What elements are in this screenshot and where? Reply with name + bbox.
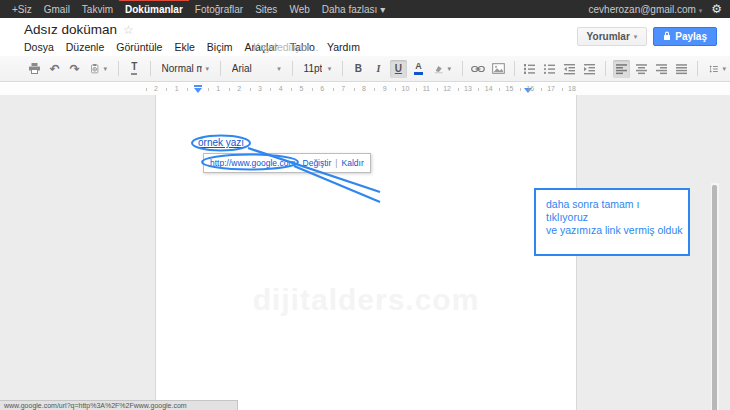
insert-image-button[interactable] <box>490 60 507 78</box>
comments-button[interactable]: Yorumlar ▾ <box>577 27 648 46</box>
document-header: Adsız doküman ☆ DosyaDüzenleGörüntüleEkl… <box>0 18 730 56</box>
link-bubble: http://www.google.com Değiştir | Kaldır <box>203 153 371 173</box>
topbar-items: +SizGmailTakvimDokümanlarFotoğraflarSite… <box>0 0 391 18</box>
ruler-number: 8 <box>362 85 366 92</box>
bubble-link-url[interactable]: http://www.google.com <box>210 158 296 168</box>
topbar-item-takvim[interactable]: Takvim <box>76 0 119 19</box>
bold-button[interactable]: B <box>350 60 367 78</box>
line-spacing-button[interactable]: ▾ <box>705 60 730 78</box>
topbar-item-daha-fazlas-[interactable]: Daha fazlası ▾ <box>316 0 391 19</box>
undo-button[interactable]: ↶ <box>46 60 63 78</box>
share-button[interactable]: Paylaş <box>653 27 717 46</box>
ruler-tick <box>166 88 167 91</box>
ruler-number: 9 <box>383 85 387 92</box>
ruler-tick <box>208 88 209 91</box>
topbar-item-dok-manlar[interactable]: Dokümanlar <box>119 0 189 19</box>
numbered-list-button[interactable] <box>521 60 538 78</box>
ruler-tick <box>541 88 542 91</box>
scrollbar-thumb[interactable] <box>712 185 717 410</box>
menu-d-zenle[interactable]: Düzenle <box>66 41 105 53</box>
decrease-indent-button[interactable] <box>561 60 578 78</box>
menu-ekle[interactable]: Ekle <box>174 41 194 53</box>
menu-yard-m[interactable]: Yardım <box>327 41 360 53</box>
formatting-toolbar: ↶ ↷ ▾ T Normal m...▾ Arial▾ 11pt▾ B I U … <box>0 56 730 82</box>
ruler-number: 2 <box>154 85 158 92</box>
justify-button[interactable] <box>673 60 690 78</box>
ruler-number: 6 <box>320 85 324 92</box>
document-title[interactable]: Adsız doküman <box>24 22 117 37</box>
document-area: dijitalders.com örnek yazı http://www.go… <box>0 95 730 410</box>
ruler-number: 7 <box>341 85 345 92</box>
highlight-color-button[interactable]: ▾ <box>430 60 455 78</box>
topbar-item-foto-raflar[interactable]: Fotoğraflar <box>189 0 249 19</box>
topbar-item--siz[interactable]: +Siz <box>6 0 38 19</box>
gear-icon[interactable]: ⚙ <box>711 0 722 18</box>
menu-dosya[interactable]: Dosya <box>24 41 54 53</box>
ruler-tick <box>187 88 188 91</box>
topbar-item-web[interactable]: Web <box>283 0 315 19</box>
increase-indent-button[interactable] <box>581 60 598 78</box>
star-icon[interactable]: ☆ <box>123 23 134 37</box>
ruler-number: 4 <box>279 85 283 92</box>
chevron-down-icon: ▾ <box>206 65 210 73</box>
first-line-indent-marker[interactable] <box>194 85 202 87</box>
ruler-number: 14 <box>485 85 493 92</box>
ruler-tick <box>229 88 230 91</box>
paint-format-button[interactable]: T <box>126 60 143 78</box>
ruler-tick <box>374 88 375 91</box>
font-size-dropdown[interactable]: 11pt▾ <box>300 60 336 78</box>
insert-link-button[interactable] <box>470 60 487 78</box>
document-page[interactable]: dijitalders.com örnek yazı http://www.go… <box>155 95 577 410</box>
ruler-number: 15 <box>506 85 514 92</box>
web-clipboard-button[interactable]: ▾ <box>86 60 111 78</box>
topbar-item-sites[interactable]: Sites <box>249 0 283 19</box>
google-services-bar: +SizGmailTakvimDokümanlarFotoğraflarSite… <box>0 0 730 18</box>
chevron-down-icon: ▾ <box>277 65 281 73</box>
ruler-number: 11 <box>423 85 430 92</box>
google-docs-window: +SizGmailTakvimDokümanlarFotoğraflarSite… <box>0 0 730 410</box>
styles-value: Normal m... <box>162 63 202 74</box>
ruler-tick <box>562 88 563 91</box>
toolbar-separator <box>118 61 119 76</box>
comments-label: Yorumlar <box>587 31 630 42</box>
underline-button[interactable]: U <box>390 60 407 78</box>
font-value: Arial <box>232 63 252 74</box>
account-menu[interactable]: cevherozan@gmail.com ▾ <box>589 4 703 15</box>
redo-button[interactable]: ↷ <box>66 60 83 78</box>
align-right-button[interactable] <box>653 60 670 78</box>
ruler-tick <box>270 88 271 91</box>
italic-button[interactable]: I <box>370 60 387 78</box>
text-color-button[interactable]: A <box>410 60 427 78</box>
bulleted-list-button[interactable] <box>541 60 558 78</box>
ruler-number: 12 <box>443 85 451 92</box>
vertical-scrollbar[interactable] <box>711 183 719 410</box>
share-label: Paylaş <box>675 31 707 42</box>
align-left-button[interactable] <box>613 60 630 78</box>
ruler-number: 10 <box>402 85 410 92</box>
ruler-tick <box>478 88 479 91</box>
bubble-remove-link[interactable]: Kaldır <box>342 158 364 168</box>
toolbar-separator <box>605 61 606 76</box>
left-margin-marker[interactable] <box>194 88 202 93</box>
topbar-item-gmail[interactable]: Gmail <box>38 0 76 19</box>
ruler-tick <box>437 88 438 91</box>
ruler-tick <box>395 88 396 91</box>
menu-g-r-nt-le[interactable]: Görüntüle <box>116 41 162 53</box>
chevron-down-icon: ▾ <box>328 65 332 73</box>
document-link-text[interactable]: örnek yazı <box>198 137 244 148</box>
font-dropdown[interactable]: Arial▾ <box>228 60 285 78</box>
styles-dropdown[interactable]: Normal m...▾ <box>158 60 214 78</box>
bubble-change-link[interactable]: Değiştir <box>303 158 332 168</box>
align-center-button[interactable] <box>633 60 650 78</box>
print-button[interactable] <box>26 60 43 78</box>
ruler-number: 17 <box>547 85 555 92</box>
ruler-tick <box>312 88 313 91</box>
account-email: cevherozan@gmail.com <box>589 4 696 15</box>
save-status: Kaydediliyor... <box>253 41 318 53</box>
ruler-tick <box>354 88 355 91</box>
ruler-tick <box>250 88 251 91</box>
toolbar-separator <box>697 61 698 76</box>
menu-bi-im[interactable]: Biçim <box>207 41 233 53</box>
ruler-tick <box>146 88 147 91</box>
ruler-number: 2 <box>237 85 241 92</box>
